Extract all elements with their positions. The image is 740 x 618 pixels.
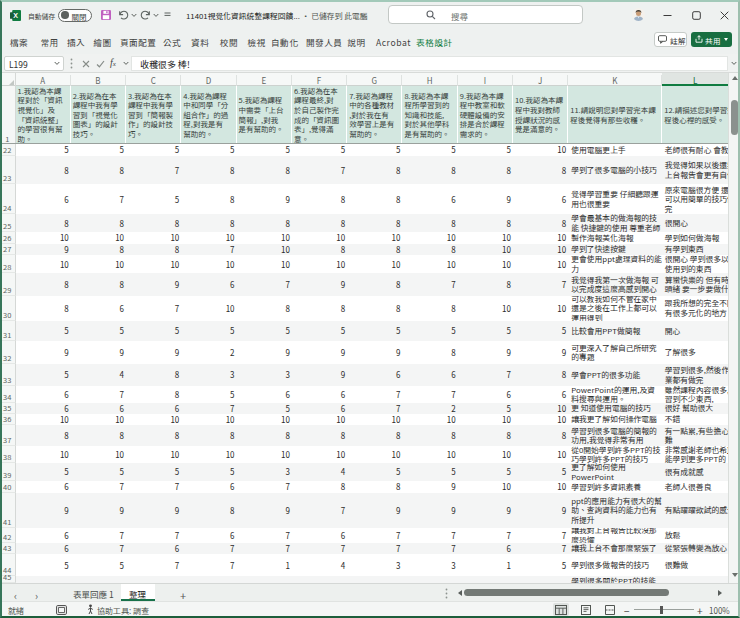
svg-text:X: X [13, 11, 18, 18]
